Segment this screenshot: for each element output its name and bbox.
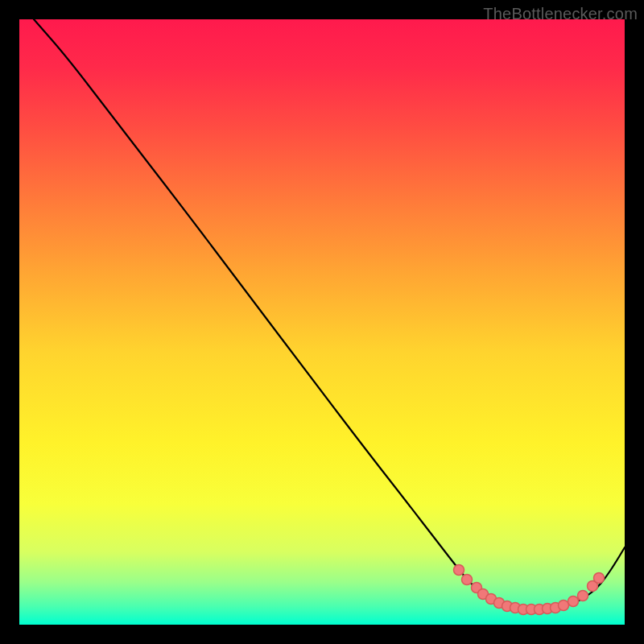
curve-marker xyxy=(568,597,579,607)
curve-marker xyxy=(462,575,473,585)
curve-marker xyxy=(578,591,588,601)
curve-marker xyxy=(454,565,464,576)
curve-marker xyxy=(594,573,605,584)
curve-marker xyxy=(559,601,569,611)
chart-svg xyxy=(19,19,625,625)
curve-markers xyxy=(454,565,605,615)
bottleneck-curve xyxy=(34,19,625,609)
